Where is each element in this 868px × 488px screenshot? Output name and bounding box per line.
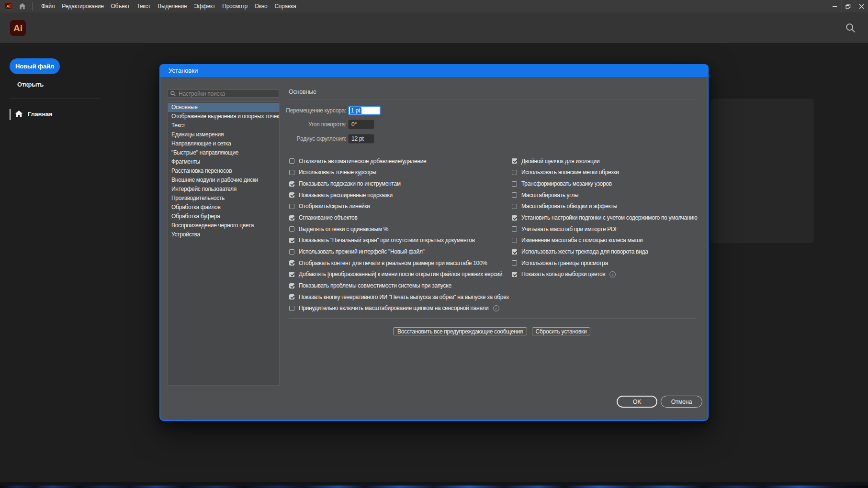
dialog-titlebar[interactable]: Установки [159,64,709,77]
category-list: ОсновныеОтображение выделения и опорных … [168,101,280,386]
checkbox[interactable] [289,306,294,311]
menu-item[interactable]: Окно [255,3,268,10]
checkbox[interactable] [512,204,517,209]
checkbox-row: Использовать точные курсоры i [289,167,509,178]
checkbox-row: Сглаживание объектов i [289,212,509,223]
separator [289,150,696,150]
category-label: Интерфейс пользователя [171,186,237,192]
menu-item[interactable]: Объект [111,3,130,10]
category-item[interactable]: Обработка файлов [168,202,279,211]
menu-items: ФайлРедактированиеОбъектТекстВыделениеЭф… [41,0,296,12]
home-icon[interactable] [17,2,27,11]
checkbox[interactable] [289,204,294,209]
category-item[interactable]: Производительность [168,193,279,202]
app-header-bar: Ai [0,12,868,43]
menu-item[interactable]: Редактирование [62,3,103,10]
menu-bar: Ai ФайлРедактированиеОбъектТекстВыделени… [0,0,868,12]
checkbox[interactable] [512,226,517,232]
checkbox-row: Использовать жесты трекпада для поворота… [512,246,697,257]
menu-item[interactable]: Текст [137,3,151,10]
checkbox-row: Учитывать масштаб при импорте PDF i [512,223,697,235]
close-button[interactable] [855,0,868,12]
reset-warnings-button[interactable]: Восстановить все предупреждающие сообщен… [393,327,527,335]
keyboard-increment-input[interactable]: 1 pt [348,106,381,115]
category-item[interactable]: Внешние модули и рабочие диски [168,176,279,185]
checkbox[interactable] [289,158,294,164]
checkbox-label: Трансформировать мозаику узоров [521,180,612,187]
cancel-button[interactable]: Отмена [661,396,702,408]
checkbox[interactable] [512,181,517,187]
reset-preferences-button[interactable]: Сбросить установки [532,327,590,335]
category-item[interactable]: Основные [168,103,279,112]
checkbox-label: Принудительно включить масштабирование щ… [299,305,489,311]
category-item[interactable]: Единицы измерения [168,130,279,139]
selected-text: 1 pt [350,107,361,114]
checkbox-column-left: Отключить автоматическое добавление/удал… [289,155,509,314]
checkbox[interactable] [289,181,294,187]
illustrator-app-icon: Ai [5,2,12,10]
checkbox[interactable] [289,192,294,198]
checkbox-row: Выделять оттенки с одинаковым % i [289,223,509,235]
category-item[interactable]: "Быстрые" направляющие [168,148,279,157]
checkbox[interactable] [512,249,517,255]
category-item[interactable]: Устройства [168,230,279,239]
category-item[interactable]: Обработка буфера [168,211,279,221]
keyboard-increment-label: Перемещение курсора: [265,106,346,115]
ok-button[interactable]: OK [617,396,657,408]
category-item[interactable]: Фрагменты [168,157,279,166]
checkbox-row: Установить настройки подгонки с учетом с… [512,212,697,223]
search-icon[interactable] [845,23,856,33]
checkbox-label: Показывать проблемы совместимости систем… [299,282,451,289]
checkbox[interactable] [289,249,294,255]
checkbox[interactable] [289,294,294,299]
checkbox-row: Показывать подсказки по инструментам i [289,178,509,189]
checkbox-label: Использовать жесты трекпада для поворота… [521,248,648,255]
checkbox[interactable] [289,215,294,221]
checkbox-label: Добавлять [преобразованный] к имени посл… [299,271,502,277]
checkbox[interactable] [512,158,517,164]
checkbox-row: Показывать проблемы совместимости систем… [289,280,509,291]
menu-item[interactable]: Просмотр [222,3,247,10]
menu-item[interactable]: Файл [41,3,55,10]
checkbox[interactable] [512,260,517,266]
checkbox[interactable] [289,272,294,277]
checkbox[interactable] [289,238,294,243]
checkbox[interactable] [289,170,294,175]
checkbox[interactable] [512,170,517,175]
menu-item[interactable]: Эффект [194,3,215,10]
category-item[interactable]: Расстановка переносов [168,166,279,176]
menu-item[interactable]: Выделение [158,3,187,10]
preferences-search-input[interactable]: Настройки поиска [168,89,279,98]
checkbox[interactable] [289,260,294,266]
category-item[interactable]: Текст [168,121,279,130]
checkbox[interactable] [512,238,517,243]
rotation-angle-input[interactable]: 0° [348,120,374,129]
checkbox-label: Отобразить/скрыть линейки [299,203,370,210]
menubar-separator [32,2,33,11]
checkbox-label: Показывать расширенные подсказки [299,192,393,199]
info-icon[interactable]: i [609,271,616,277]
category-item[interactable]: Интерфейс пользователя [168,184,279,193]
section-heading: Основные [289,89,316,95]
new-file-button[interactable]: Новый файл [10,58,60,74]
category-item[interactable]: Отображение выделения и опорных точек [168,112,279,121]
info-icon[interactable]: i [493,305,499,311]
category-label: Расстановка переносов [171,167,232,174]
menu-item[interactable]: Справка [274,3,296,10]
minimize-button[interactable] [828,0,841,12]
restore-button[interactable] [841,0,855,12]
category-item[interactable]: Воспроизведение черного цвета [168,221,279,230]
checkbox[interactable] [512,192,517,198]
checkbox[interactable] [289,283,294,288]
category-label: Отображение выделения и опорных точек [171,113,279,120]
checkbox-row: Принудительно включить масштабирование щ… [289,303,509,314]
category-label: Воспроизведение черного цвета [171,222,254,229]
checkbox-label: Сглаживание объектов [299,214,358,221]
checkbox[interactable] [512,272,517,277]
category-item[interactable]: Направляющие и сетка [168,139,279,148]
corner-radius-input[interactable]: 12 pt [348,134,374,144]
checkbox[interactable] [289,226,294,232]
open-button[interactable]: Открыть [17,81,44,88]
sidebar-divider [10,99,101,99]
checkbox[interactable] [512,215,517,221]
